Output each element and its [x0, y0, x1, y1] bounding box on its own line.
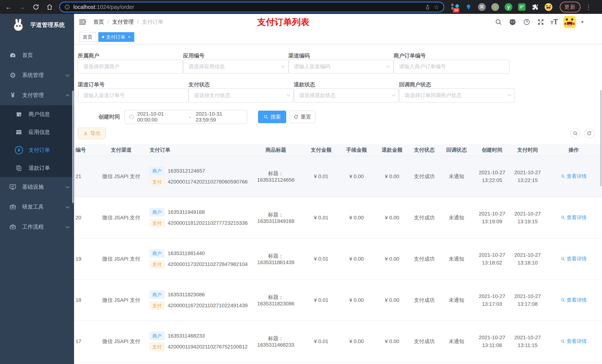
date-end: 2021-10-31 23:59:59	[196, 111, 243, 123]
reset-button[interactable]: 重置	[289, 111, 315, 123]
chat-extension-icon[interactable]	[517, 2, 526, 12]
gem-extension-icon[interactable]	[464, 2, 473, 12]
merchant-select[interactable]	[78, 60, 183, 74]
close-icon[interactable]: ×	[128, 34, 130, 40]
sidebar-fold-icon[interactable]	[79, 18, 87, 26]
briefcase-icon	[9, 223, 17, 230]
table-toolbar: 导出	[78, 128, 602, 139]
date-separator: -	[187, 114, 193, 120]
cell-pay-order: 商户1635311468233 支付4200001194202110276752…	[148, 321, 248, 362]
merchant-tag: 商户	[150, 167, 164, 175]
cell-pay-status: 支付成功	[410, 280, 439, 321]
col-create-time: 创建时间	[474, 144, 510, 156]
cell-pay-amount: ¥ 0.01	[304, 321, 339, 362]
home-icon[interactable]	[45, 3, 54, 11]
search-button[interactable]: 搜索	[258, 111, 286, 123]
back-icon[interactable]: ←	[4, 3, 13, 11]
avatar-caret-icon[interactable]: ▾	[581, 20, 583, 25]
cell-pay-amount: ¥ 0.01	[304, 156, 339, 197]
notify-status-select[interactable]	[399, 88, 515, 103]
pay-status-select[interactable]	[188, 88, 294, 103]
col-pay-order: 支付订单	[148, 144, 248, 156]
sidebar-item-payment[interactable]: ¥ 支付管理	[0, 85, 74, 105]
col-pay-status: 支付状态	[410, 144, 439, 156]
cell-refund-amount	[374, 362, 410, 364]
sidebar-item-system[interactable]: ⚙ 系统管理	[0, 65, 74, 85]
tag-home[interactable]: 首页	[79, 32, 96, 42]
cell-title: 标题：1635311823086	[248, 280, 304, 321]
breadcrumb: 首页 / 支付管理 / 支付订单	[93, 18, 163, 26]
channel-order-no-input[interactable]	[78, 88, 188, 103]
export-button[interactable]: 导出	[78, 128, 106, 139]
clock-icon	[129, 114, 134, 120]
github-icon[interactable]	[508, 18, 517, 26]
reload-icon[interactable]	[32, 3, 40, 11]
search-icon	[561, 339, 565, 343]
cell-actions: 查看详情	[545, 238, 602, 280]
forward-icon[interactable]: →	[18, 3, 27, 11]
help-icon[interactable]	[522, 18, 531, 26]
fullscreen-icon[interactable]	[537, 18, 545, 26]
tag-pay-order[interactable]: 支付订单 ×	[98, 32, 134, 42]
cell-actions: 查看详情	[545, 362, 602, 364]
sidebar-item-dev-tools[interactable]: 研发工具	[0, 197, 74, 217]
col-notify-status: 回调状态	[439, 144, 474, 156]
create-time-range-picker[interactable]: 2021-10-01 00:00:00 - 2021-10-31 23:59:5…	[124, 110, 247, 124]
view-detail-link[interactable]: 查看详情	[561, 214, 587, 221]
sketch-extension-icon[interactable]: 10	[451, 2, 460, 12]
yen-circle-icon: ¥	[14, 146, 24, 154]
app-select[interactable]	[183, 60, 288, 74]
col-pay-amount: 支付金额	[304, 144, 339, 156]
command-extension-icon[interactable]: ⌘	[478, 2, 486, 12]
breadcrumb-home[interactable]: 首页	[93, 18, 104, 26]
view-detail-link[interactable]: 查看详情	[561, 297, 587, 303]
update-button[interactable]: 更新	[560, 2, 580, 12]
refresh-table-button[interactable]	[584, 128, 594, 138]
y-extension-icon[interactable]: y	[504, 2, 513, 12]
cell-create-time: 2021-10-2713:22:05	[474, 156, 510, 197]
sidebar-item-home[interactable]: 首页	[0, 45, 74, 65]
view-detail-link[interactable]: 查看详情	[561, 173, 587, 180]
cell-pay-time: 2021-10-2713:18:10	[510, 238, 545, 280]
cell-pay-order: 商户1635311823086 支付4200001167202110271022…	[148, 280, 248, 321]
sidebar-item-infrastructure[interactable]: 基础设施	[0, 177, 74, 197]
emoji-extension-icon[interactable]	[544, 2, 553, 12]
recorder-extension-icon[interactable]	[491, 2, 499, 12]
cell-title	[248, 362, 304, 364]
chevron-down-icon	[65, 204, 69, 208]
window-scrollbar[interactable]	[600, 90, 602, 186]
cell-pay-status: 支付成功	[410, 197, 439, 238]
sidebar-item-refund-order[interactable]: 退款订单	[0, 159, 74, 177]
sidebar-item-pay-order[interactable]: ¥ 支付订单	[0, 141, 74, 159]
cell-notify-status: 未通知	[439, 238, 474, 280]
puzzle-extensions-icon[interactable]	[531, 2, 539, 12]
sidebar-item-merchant-info[interactable]: 商户信息	[0, 105, 74, 123]
breadcrumb-payment: 支付管理	[112, 18, 134, 26]
cell-pay-amount: ¥ 0.01	[304, 197, 339, 238]
search-icon[interactable]	[494, 18, 503, 26]
browser-menu-icon[interactable]: ⋮	[585, 3, 592, 11]
app-logo: 芋道管理系统	[0, 14, 74, 36]
sidebar-item-workflow[interactable]: 工作流程	[0, 217, 74, 237]
channel-code-input[interactable]	[288, 60, 394, 74]
sidebar-scrollbar[interactable]	[72, 91, 74, 203]
bookmark-star-icon[interactable]: ☆	[434, 3, 439, 10]
dashboard-icon	[9, 52, 17, 59]
show-search-toggle-button[interactable]	[570, 128, 580, 138]
merchant-order-no-input[interactable]	[394, 60, 510, 74]
refund-status-select[interactable]	[294, 88, 399, 103]
merchant-tag: 商户	[150, 332, 164, 340]
chevron-up-icon	[65, 94, 69, 98]
table-row: 17 微信 JSAPI 支付 商户1635311468233 支付4200001…	[74, 321, 602, 362]
avatar[interactable]	[563, 16, 576, 28]
search-icon	[263, 114, 268, 119]
cell-create-time: 2021-10-2713:17:03	[474, 280, 510, 321]
url-bar[interactable]: localhost:1024/pay/order ☆	[59, 2, 444, 12]
view-detail-link[interactable]: 查看详情	[561, 255, 587, 262]
sidebar-item-app-info[interactable]: 应用信息	[0, 123, 74, 141]
info-icon[interactable]	[64, 4, 70, 10]
font-size-icon[interactable]: TT	[550, 18, 558, 26]
share-icon[interactable]	[425, 4, 430, 10]
cell-create-time	[474, 362, 510, 364]
view-detail-link[interactable]: 查看详情	[561, 338, 587, 344]
